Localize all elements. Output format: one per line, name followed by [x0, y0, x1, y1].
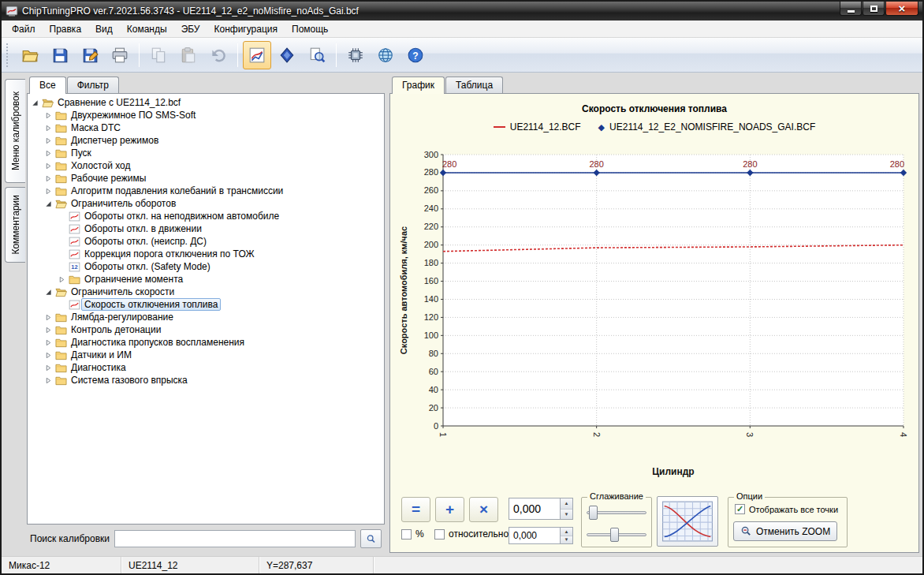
expand-arrow-collapsed[interactable] [43, 377, 54, 384]
set-equal-button[interactable]: = [401, 497, 430, 522]
folder-icon [67, 274, 81, 286]
relative-checkbox[interactable] [434, 529, 445, 540]
cancel-zoom-button[interactable]: Отменить ZOOM [733, 521, 837, 541]
toolbar-paste-button[interactable] [174, 41, 203, 69]
tab-calibrations-2[interactable]: Фильтр [67, 77, 119, 94]
menu-item[interactable]: Вид [88, 21, 120, 37]
menu-item[interactable]: Правка [43, 21, 89, 37]
toolbar-print-button[interactable] [106, 41, 134, 69]
tree-item[interactable]: Контроль детонации [28, 323, 384, 336]
expand-arrow-collapsed[interactable] [43, 188, 54, 195]
expand-arrow-collapsed[interactable] [43, 150, 54, 157]
toolbar-zoom-button[interactable] [303, 41, 331, 69]
toolbar-help-button[interactable]: ? [401, 41, 430, 69]
search-icon [366, 533, 376, 544]
toolbar-graph-view-button[interactable] [243, 41, 271, 69]
tree-item[interactable]: Коррекция порога отключения по ТОЖ [28, 248, 384, 260]
expand-arrow-expanded[interactable] [43, 200, 54, 207]
expand-arrow-collapsed[interactable] [43, 327, 54, 334]
tree-item[interactable]: Диагностика пропусков воспламенения [28, 336, 384, 349]
tree-item[interactable]: Сравнение с UE2114_12.bcf [28, 96, 384, 109]
relative-spinner: ▲▼ [509, 527, 573, 544]
tree-item[interactable]: Обороты откл. на неподвижном автомобиле [28, 210, 384, 222]
toolbar-compare-button[interactable] [273, 41, 301, 69]
expand-arrow-collapsed[interactable] [43, 137, 54, 144]
graph-content: Скорость отключения топлива UE2114_12.BC… [389, 93, 919, 553]
toolbar-copy-button[interactable] [144, 41, 173, 69]
expand-arrow-expanded[interactable] [30, 99, 40, 106]
tree-item[interactable]: Диспетчер режимов [28, 134, 384, 147]
toolbar-chip-button[interactable] [341, 41, 370, 69]
folder-icon [54, 312, 68, 323]
expand-arrow-collapsed[interactable] [43, 112, 54, 119]
tree-item-label: Обороты откл. (Safety Mode) [81, 260, 214, 273]
minimize-button[interactable] [840, 2, 862, 16]
expand-arrow-collapsed[interactable] [43, 352, 54, 359]
tree-item[interactable]: Двухрежимное ПО SMS-Soft [28, 109, 384, 121]
close-button[interactable]: × [885, 2, 918, 16]
expand-arrow-collapsed[interactable] [57, 276, 67, 283]
toolbar-save-button[interactable] [46, 41, 74, 69]
menu-item[interactable]: Команды [120, 21, 174, 37]
expand-arrow-collapsed[interactable] [43, 175, 54, 182]
tab-calibrations-1[interactable]: Все [29, 77, 66, 94]
toolbar-open-button[interactable] [16, 41, 44, 69]
menu-item[interactable]: ЭБУ [174, 21, 207, 37]
value-spinner: ▲▼ [509, 498, 573, 520]
expand-arrow-collapsed[interactable] [43, 125, 54, 132]
multiply-button[interactable]: × [469, 497, 498, 522]
add-button[interactable]: + [435, 497, 464, 522]
svg-text:20: 20 [429, 403, 438, 413]
menu-item[interactable]: Конфигурация [207, 21, 285, 37]
tab-graph-1[interactable]: График [392, 77, 445, 94]
tree-item[interactable]: Обороты откл. (неиспр. ДС) [28, 235, 384, 248]
tree-item[interactable]: Алгоритм подавления колебаний в трансмис… [28, 185, 384, 197]
menu-item[interactable]: Файл [5, 21, 43, 37]
expand-arrow-collapsed[interactable] [43, 162, 54, 170]
tree-item[interactable]: Холостой ход [28, 159, 384, 172]
chart-plot[interactable]: 0204060801001201401601802002202402602803… [394, 134, 915, 487]
tree-item[interactable]: Диагностика [28, 361, 384, 374]
tree-item[interactable]: Ограничитель скорости [28, 286, 384, 298]
slider-thumb[interactable] [610, 528, 619, 542]
expand-arrow-collapsed[interactable] [43, 364, 54, 372]
tree-item[interactable]: Скорость отключения топлива [28, 298, 384, 311]
tree-item[interactable]: Маска DTC [28, 121, 384, 134]
show-all-points-checkbox[interactable]: ✓ [735, 504, 745, 514]
tree-item[interactable]: Рабочие режимы [28, 172, 384, 185]
tree-item[interactable]: Система газового впрыска [28, 374, 384, 386]
smoothing-slider-1[interactable] [587, 506, 646, 520]
toolbar-globe-button[interactable] [371, 41, 400, 69]
maximize-button[interactable] [863, 2, 885, 16]
expand-arrow-collapsed[interactable] [43, 314, 54, 321]
toolbar-save-as-button[interactable] [76, 41, 104, 69]
relative-spin-down-button[interactable]: ▼ [561, 536, 572, 544]
tree-item[interactable]: Датчики и ИМ [28, 349, 384, 361]
search-button[interactable] [360, 529, 382, 548]
slider-thumb[interactable] [589, 506, 598, 520]
search-input[interactable] [114, 530, 356, 547]
tree-item[interactable]: Обороты откл. в движении [28, 222, 384, 235]
smoothing-slider-2[interactable] [587, 528, 646, 542]
expand-arrow-expanded[interactable] [43, 289, 54, 296]
value-input[interactable] [509, 498, 560, 519]
side-tab-2[interactable]: Комментарии [5, 187, 25, 263]
curve-preview-button[interactable] [657, 496, 718, 547]
menu-item[interactable]: Помощь [285, 21, 335, 37]
tab-graph-2[interactable]: Таблица [445, 77, 503, 94]
relative-spin-up-button[interactable]: ▲ [561, 528, 572, 536]
expand-arrow-collapsed[interactable] [43, 339, 54, 346]
tree-item[interactable]: Ограничение момента [28, 273, 384, 286]
tree-item-label: Лямбда-регулирование [68, 311, 177, 323]
value-spin-up-button[interactable]: ▲ [561, 498, 572, 510]
value-spin-down-button[interactable]: ▼ [561, 510, 572, 520]
percent-checkbox[interactable] [401, 529, 412, 540]
tree-item[interactable]: 12Обороты откл. (Safety Mode) [28, 260, 384, 273]
tree-item[interactable]: Лямбда-регулирование [28, 311, 384, 323]
tree-item[interactable]: Пуск [28, 147, 384, 159]
svg-text:160: 160 [424, 276, 438, 286]
relative-input[interactable] [509, 528, 560, 543]
side-tab-1[interactable]: Меню калибровок [5, 79, 25, 183]
toolbar-undo-button[interactable] [204, 41, 233, 69]
tree-item[interactable]: Ограничитель оборотов [28, 197, 384, 210]
